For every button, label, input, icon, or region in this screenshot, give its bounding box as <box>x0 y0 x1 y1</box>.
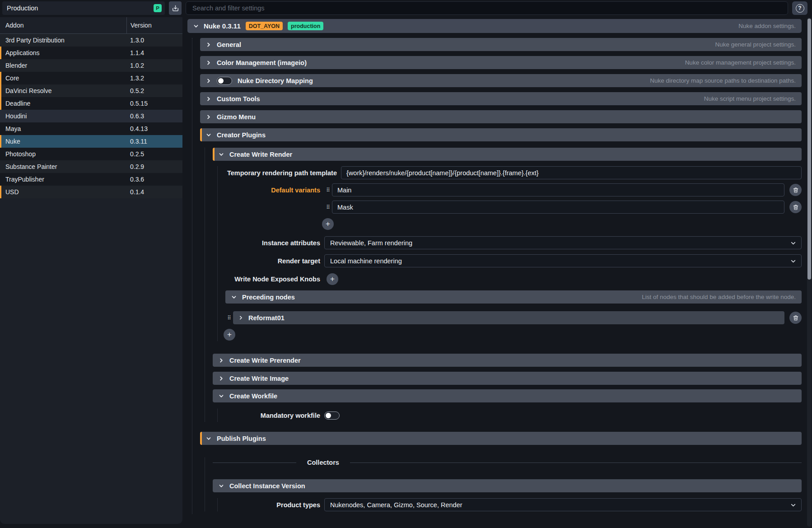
help-button[interactable]: ? <box>792 1 807 15</box>
section-create-workfile[interactable]: Create Workfile <box>213 389 802 402</box>
chevron-down-icon <box>219 152 224 157</box>
bundle-badge: DOT_AYON <box>246 22 283 30</box>
vertical-scrollbar[interactable] <box>807 17 812 527</box>
addon-row-houdini[interactable]: Houdini 0.6.3 <box>0 110 182 122</box>
settings-panel: Nuke 0.3.11 DOT_AYON production Nuke add… <box>182 16 812 528</box>
selected-value: Nukenodes, Camera, Gizmo, Source, Render <box>330 501 462 509</box>
chevron-right-icon <box>206 96 211 102</box>
render-target-select[interactable]: Local machine rendering <box>324 254 802 267</box>
section-directory-mapping[interactable]: Nuke Directory Mapping Nuke directory ma… <box>200 74 802 87</box>
add-node-row: + <box>224 328 802 341</box>
section-create-write-render[interactable]: Create Write Render <box>213 148 802 161</box>
modified-indicator <box>0 84 1 97</box>
chevron-down-icon <box>790 258 796 264</box>
addon-row-traypublisher[interactable]: TrayPublisher 0.3.6 <box>0 173 182 186</box>
column-header-version[interactable]: Version <box>126 17 182 33</box>
product-types-label: Product types <box>225 501 320 509</box>
addon-row-blender[interactable]: Blender 1.0.2 <box>0 59 182 72</box>
path-template-input[interactable] <box>341 166 802 179</box>
delete-variant-button[interactable] <box>789 201 802 213</box>
addon-version: 0.2.5 <box>126 150 182 158</box>
addon-row-nuke[interactable]: Nuke 0.3.11 <box>0 135 182 148</box>
chevron-down-icon <box>219 483 224 489</box>
section-create-write-image[interactable]: Create Write Image <box>213 372 802 385</box>
variant-input[interactable] <box>332 183 784 196</box>
copy-settings-button[interactable] <box>169 1 182 15</box>
scrollbar-thumb[interactable] <box>807 19 811 280</box>
add-node-button[interactable]: + <box>224 329 235 341</box>
collectors-divider-title: Collectors <box>307 459 339 466</box>
addon-row-deadline[interactable]: Deadline 0.5.15 <box>0 97 182 110</box>
drag-handle-icon[interactable]: ⠿ <box>225 315 233 321</box>
section-label: Create Write Render <box>229 151 292 158</box>
environment-badge: production <box>288 22 323 30</box>
addon-row-core[interactable]: Core 1.3.2 <box>0 72 182 84</box>
top-bar: Production P ? <box>0 0 812 16</box>
chevron-down-icon <box>193 23 199 29</box>
section-creator-plugins[interactable]: Creator Plugins <box>200 128 802 141</box>
section-label: Create Write Image <box>229 375 289 382</box>
mandatory-workfile-toggle[interactable] <box>324 411 340 420</box>
mandatory-workfile-label: Mandatory workfile <box>225 412 320 419</box>
section-preceding-nodes[interactable]: Preceding nodes List of nodes that shoul… <box>225 290 802 304</box>
section-general[interactable]: General Nuke general project settings. <box>200 38 802 51</box>
section-description: Nuke general project settings. <box>715 41 796 48</box>
addon-row-applications[interactable]: Applications 1.1.4 <box>0 47 182 59</box>
variant-input[interactable] <box>332 201 784 214</box>
directory-mapping-toggle[interactable] <box>217 77 232 85</box>
section-description: Nuke script menu project settings. <box>704 95 796 102</box>
instance-attributes-select[interactable]: Reviewable, Farm rendering <box>324 236 802 249</box>
addon-row-usd[interactable]: USD 0.1.4 <box>0 186 182 198</box>
publish-plugins-group: Collectors Collect Instance Version Prod… <box>205 458 802 511</box>
instance-attributes-row: Instance attributes Reviewable, Farm ren… <box>225 236 802 249</box>
section-publish-plugins[interactable]: Publish Plugins <box>200 432 802 445</box>
preceding-node-item[interactable]: Reformat01 <box>233 311 784 324</box>
selected-value: Local machine rendering <box>330 257 402 265</box>
addon-name: 3rd Party Distribution <box>0 37 126 44</box>
section-label: Gizmo Menu <box>217 113 256 121</box>
section-custom-tools[interactable]: Custom Tools Nuke script menu project se… <box>200 92 802 105</box>
addon-name: Houdini <box>0 112 126 120</box>
add-exposed-knob-button[interactable]: + <box>327 273 338 285</box>
addon-name: Blender <box>0 62 126 69</box>
drag-handle-icon[interactable]: ⠿ <box>324 187 332 193</box>
section-description: Nuke color management project settings. <box>685 59 796 66</box>
addon-version: 0.5.15 <box>126 100 182 107</box>
chevron-right-icon <box>238 315 243 320</box>
settings-search-input[interactable] <box>186 1 788 15</box>
section-gizmo-menu[interactable]: Gizmo Menu <box>200 110 802 123</box>
addon-version: 0.6.3 <box>126 112 182 120</box>
section-collect-instance-version[interactable]: Collect Instance Version <box>213 479 802 492</box>
selected-value: Reviewable, Farm rendering <box>330 239 412 247</box>
collect-instance-version-group: Product types Nukenodes, Camera, Gizmo, … <box>217 498 802 511</box>
nuke-addon-header[interactable]: Nuke 0.3.11 DOT_AYON production Nuke add… <box>187 19 802 33</box>
exposed-knobs-label: Write Node Exposed Knobs <box>225 276 320 283</box>
section-label: Collect Instance Version <box>229 482 305 490</box>
delete-node-button[interactable] <box>789 312 802 324</box>
section-color-management[interactable]: Color Management (imageio) Nuke color ma… <box>200 56 802 69</box>
modified-indicator <box>0 97 1 110</box>
exposed-knobs-row: Write Node Exposed Knobs + <box>225 272 802 285</box>
import-download-icon <box>172 5 179 12</box>
render-target-row: Render target Local machine rendering <box>225 254 802 267</box>
delete-variant-button[interactable] <box>789 184 802 196</box>
addon-row-davinci-resolve[interactable]: DaVinci Resolve 0.5.2 <box>0 84 182 97</box>
section-create-write-prerender[interactable]: Create Write Prerender <box>213 354 802 367</box>
addon-row-maya[interactable]: Maya 0.4.13 <box>0 122 182 135</box>
add-variant-button[interactable]: + <box>322 218 334 230</box>
project-selector[interactable]: Production P <box>2 1 165 15</box>
addon-row-photoshop[interactable]: Photoshop 0.2.5 <box>0 148 182 160</box>
section-label: General <box>217 41 241 48</box>
drag-handle-icon[interactable]: ⠿ <box>324 205 332 210</box>
addon-name: DaVinci Resolve <box>0 87 126 94</box>
addon-version: 0.3.6 <box>126 176 182 183</box>
addon-name: Deadline <box>0 100 126 107</box>
section-label: Creator Plugins <box>217 131 266 139</box>
section-description: Nuke directory map source paths to desti… <box>650 77 796 84</box>
addon-table-header: Addon Version <box>0 17 182 34</box>
addon-row-3rd-party-distribution[interactable]: 3rd Party Distribution 1.3.0 <box>0 34 182 47</box>
preceding-node-row: ⠿ Reformat01 <box>225 311 802 324</box>
column-header-addon[interactable]: Addon <box>0 17 126 33</box>
addon-row-substance-painter[interactable]: Substance Painter 0.2.9 <box>0 160 182 173</box>
product-types-select[interactable]: Nukenodes, Camera, Gizmo, Source, Render <box>324 498 802 511</box>
